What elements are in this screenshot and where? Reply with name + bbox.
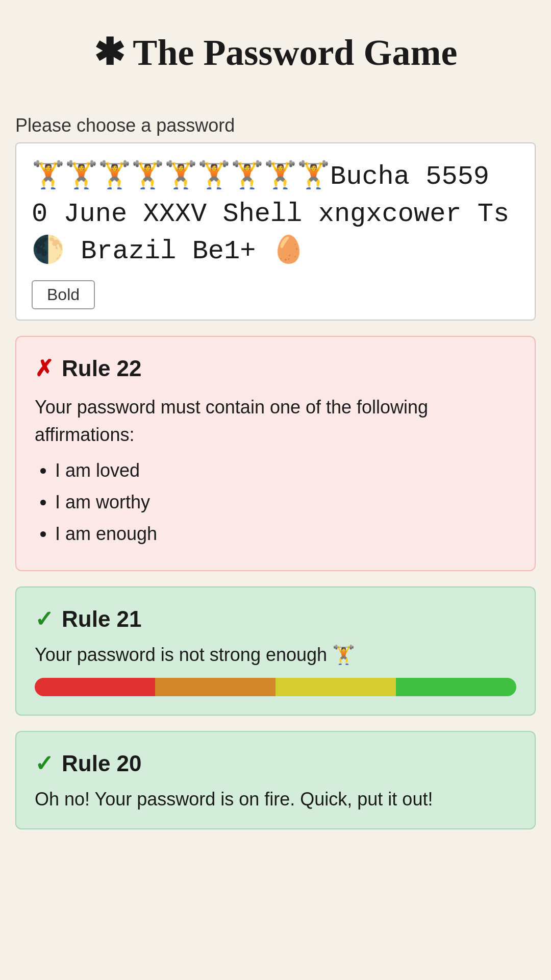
rule-21-card: ✓ Rule 21 Your password is not strong en…	[15, 586, 536, 716]
page-container: ✱ The Password Game Please choose a pass…	[0, 0, 551, 980]
rule-20-body: Oh no! Your password is on fire. Quick, …	[35, 789, 516, 810]
strength-orange	[155, 678, 276, 696]
affirmation-1: I am loved	[55, 457, 516, 484]
title-star: ✱	[94, 32, 124, 73]
rule-22-body-text: Your password must contain one of the fo…	[35, 397, 428, 445]
rule-22-body: Your password must contain one of the fo…	[35, 394, 516, 548]
rule-21-text-content: Your password is not strong enough 🏋️	[35, 644, 355, 666]
rule-22-affirmations-list: I am loved I am worthy I am enough	[55, 457, 516, 548]
rule-21-header: ✓ Rule 21	[35, 606, 516, 632]
rule-20-title: Rule 20	[62, 751, 142, 776]
rule-20-pass-icon: ✓	[35, 750, 54, 776]
affirmation-3: I am enough	[55, 520, 516, 548]
rule-22-header: ✗ Rule 22	[35, 355, 516, 381]
password-label: Please choose a password	[15, 115, 536, 136]
strength-red	[35, 678, 155, 696]
rule-20-header: ✓ Rule 20	[35, 750, 516, 776]
rule-20-card: ✓ Rule 20 Oh no! Your password is on fir…	[15, 731, 536, 829]
rule-22-title: Rule 22	[62, 356, 142, 381]
strength-green	[396, 678, 516, 696]
bold-button[interactable]: Bold	[32, 280, 95, 309]
rule-22-fail-icon: ✗	[35, 355, 54, 381]
strength-yellow	[276, 678, 396, 696]
rule-22-card: ✗ Rule 22 Your password must contain one…	[15, 336, 536, 571]
password-content: 🏋️🏋️🏋️🏋️🏋️🏋️🏋️🏋️🏋️Bucha 5559 0 June XXXV…	[32, 159, 519, 270]
strength-bar	[35, 678, 516, 696]
password-box[interactable]: 🏋️🏋️🏋️🏋️🏋️🏋️🏋️🏋️🏋️Bucha 5559 0 June XXXV…	[15, 142, 536, 321]
rule-21-body-text: Your password is not strong enough 🏋️	[35, 644, 516, 666]
title-text: The Password Game	[133, 32, 457, 73]
rule-21-pass-icon: ✓	[35, 606, 54, 632]
rule-21-title: Rule 21	[62, 606, 142, 632]
page-title: ✱ The Password Game	[15, 31, 536, 74]
affirmation-2: I am worthy	[55, 488, 516, 516]
